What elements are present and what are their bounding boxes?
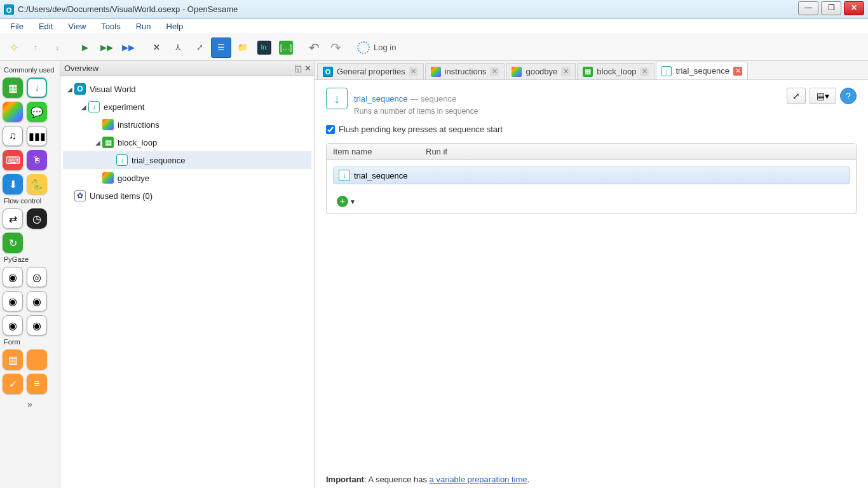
tab-trial-sequence[interactable]: ↓ trial_sequence ✕ <box>656 62 748 79</box>
col-run-if: Run if <box>422 147 856 156</box>
expand-icon: ⤢ <box>196 43 203 52</box>
tab-close-icon[interactable]: ✕ <box>490 67 499 76</box>
menu-edit[interactable]: Edit <box>32 20 59 32</box>
palette-sequence-icon[interactable]: ↓ <box>27 78 47 98</box>
tab-strip: O General properties ✕ instructions ✕ go… <box>315 61 868 80</box>
redo-button[interactable]: ↷ <box>325 37 346 58</box>
minimize-button[interactable]: — <box>798 1 818 15</box>
new-button[interactable]: ✧ <box>4 37 24 58</box>
menu-file[interactable]: File <box>4 20 30 32</box>
tree-block-loop[interactable]: ◢ ▦ block_loop <box>63 133 311 151</box>
login-button[interactable]: Log in <box>353 41 400 54</box>
palette-more-icon[interactable]: » <box>3 399 57 409</box>
undo-button[interactable]: ↶ <box>304 37 324 58</box>
tree-experiment[interactable]: ◢ ↓ experiment <box>63 98 311 116</box>
menu-view[interactable]: View <box>62 20 92 32</box>
tree-unused-label: Unused items (0) <box>90 191 153 201</box>
tree-root[interactable]: ◢ O Visual World <box>63 80 311 98</box>
tab-block-loop-label: block_loop <box>597 67 636 76</box>
palette-pygaze-start-icon[interactable]: ◉ <box>3 291 23 311</box>
palette-form-multiple-icon[interactable]: ✓ <box>3 374 23 394</box>
palette-keyboard-icon[interactable]: ⌨ <box>3 150 23 170</box>
palette-form-consent-icon[interactable] <box>27 349 47 370</box>
sequence-row[interactable]: ↓ trial_sequence <box>333 166 850 184</box>
experiment-icon: O <box>323 67 333 77</box>
up-button[interactable]: ↑ <box>25 37 46 58</box>
tab-goodbye[interactable]: goodbye ✕ <box>506 63 576 79</box>
twisty-icon[interactable]: ◢ <box>93 139 102 146</box>
tree-unused[interactable]: ✿ Unused items (0) <box>63 187 311 205</box>
loop-icon: ▦ <box>102 137 114 148</box>
fullscreen-button[interactable]: ⤢ <box>189 37 210 58</box>
run-button[interactable]: ▶ <box>75 37 95 58</box>
palette-advanced-delay-icon[interactable]: ◷ <box>27 208 47 229</box>
help-button[interactable]: ? <box>840 88 857 104</box>
palette-coroutines-icon[interactable]: ⇄ <box>3 208 23 229</box>
kill-button[interactable]: ✕ <box>146 37 166 58</box>
tab-close-icon[interactable]: ✕ <box>733 67 742 76</box>
filepool-button[interactable]: 📁 <box>233 37 253 58</box>
tree-experiment-label: experiment <box>104 102 144 112</box>
menu-bar: File Edit View Tools Run Help <box>0 19 868 34</box>
palette-mouse-icon[interactable]: 🖱 <box>27 150 47 170</box>
palette-sampler-icon[interactable]: ♫ <box>3 126 23 146</box>
palette-loop-icon[interactable]: ▦ <box>3 78 23 98</box>
twisty-icon[interactable]: ◢ <box>65 86 74 93</box>
sequence-large-icon <box>326 88 348 109</box>
overview-tree[interactable]: ◢ O Visual World ◢ ↓ experiment instruct… <box>60 76 314 488</box>
editor-area: O General properties ✕ instructions ✕ go… <box>315 61 868 488</box>
variable-inspector-button[interactable]: […] <box>276 37 296 58</box>
palette-inline-script-icon[interactable]: 🐍 <box>27 174 47 194</box>
tree-trial-sequence[interactable]: ↓ trial_sequence <box>63 151 311 169</box>
footer-link[interactable]: a variable preparation time <box>430 475 527 484</box>
twisty-icon[interactable]: ◢ <box>79 104 88 111</box>
palette-pygaze-init-icon[interactable]: ◉ <box>3 267 23 287</box>
close-button[interactable]: ✕ <box>844 1 864 15</box>
palette-form-text-icon[interactable]: ≡ <box>27 374 47 394</box>
tab-goodbye-label: goodbye <box>526 67 557 76</box>
col-item-name: Item name <box>327 147 422 156</box>
tree-goodbye[interactable]: goodbye <box>63 169 311 187</box>
menu-tools[interactable]: Tools <box>95 20 126 32</box>
merge-icon: ⅄ <box>175 43 180 52</box>
view-script-button[interactable]: ▤▾ <box>810 88 836 104</box>
editor-body: trial_sequence — sequence Runs a number … <box>315 80 868 488</box>
menu-help[interactable]: Help <box>160 20 190 32</box>
overview-close-icon[interactable]: ✕ <box>304 64 311 73</box>
tab-close-icon[interactable]: ✕ <box>640 67 649 76</box>
console-button[interactable]: In: <box>254 37 275 58</box>
tree-instructions[interactable]: instructions <box>63 116 311 133</box>
tab-close-icon[interactable]: ✕ <box>409 67 418 76</box>
palette-pygaze-drift-icon[interactable]: ◎ <box>27 267 47 287</box>
palette-pygaze-wait-icon[interactable]: ◉ <box>27 315 47 336</box>
palette-synth-icon[interactable]: ▮▮▮ <box>27 126 47 146</box>
palette-form-base-icon[interactable]: ▤ <box>3 349 23 370</box>
overview-undock-icon[interactable]: ◱ <box>294 64 302 73</box>
sequence-row-label: trial_sequence <box>354 171 408 180</box>
tab-general[interactable]: O General properties ✕ <box>317 63 424 79</box>
experiment-icon: O <box>74 83 86 95</box>
palette-logger-icon[interactable]: ⬇ <box>3 174 23 194</box>
palette-feedback-icon[interactable]: 💬 <box>27 102 47 122</box>
tab-instructions[interactable]: instructions ✕ <box>425 63 505 79</box>
palette-repeat-cycle-icon[interactable]: ↻ <box>3 233 23 253</box>
down-button[interactable]: ↓ <box>47 37 67 58</box>
tab-general-label: General properties <box>337 67 405 76</box>
merge-button[interactable]: ⅄ <box>168 37 188 58</box>
append-item-button[interactable]: + ▼ <box>337 196 850 207</box>
menu-run[interactable]: Run <box>130 20 158 32</box>
sequence-icon: ↓ <box>661 66 672 76</box>
split-view-button[interactable]: ⤢ <box>787 88 806 104</box>
flush-checkbox[interactable] <box>326 125 335 134</box>
run-fast-button[interactable]: ▶▶ <box>97 37 117 58</box>
overview-toggle-button[interactable]: ☰ <box>211 37 231 58</box>
run-quick-button[interactable]: ▶▶ <box>118 37 139 58</box>
maximize-button[interactable]: ❐ <box>821 1 841 15</box>
brackets-icon: […] <box>279 41 293 55</box>
palette-sketchpad-icon[interactable] <box>3 102 23 122</box>
tab-close-icon[interactable]: ✕ <box>561 67 570 76</box>
palette-pygaze-stop-icon[interactable]: ◉ <box>27 291 47 311</box>
arrow-down-icon: ↓ <box>55 43 60 52</box>
palette-pygaze-log-icon[interactable]: ◉ <box>3 315 23 336</box>
tab-block-loop[interactable]: ▦ block_loop ✕ <box>577 63 654 79</box>
